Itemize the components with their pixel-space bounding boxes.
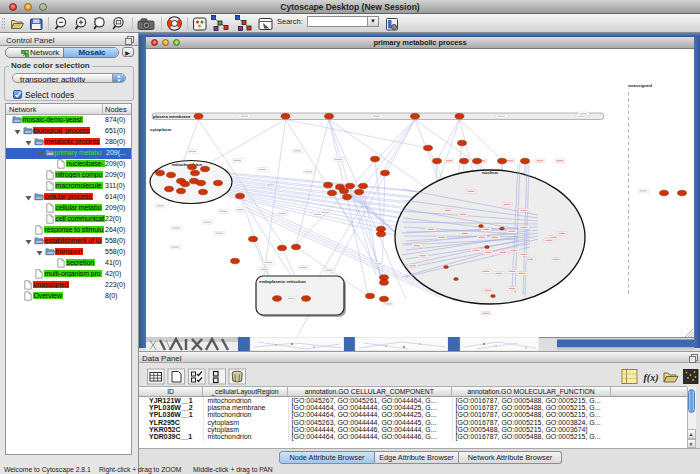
svg-text:mitochondrion: mitochondrion [172,162,202,167]
svg-text:unassigned: unassigned [628,82,652,87]
svg-text:f(x): f(x) [644,372,659,384]
svg-text:nucleus: nucleus [482,170,499,175]
svg-text:cytoplasm: cytoplasm [150,127,171,132]
svg-text:plasma membrane: plasma membrane [153,114,191,119]
svg-text:endoplasmic reticulum: endoplasmic reticulum [259,278,306,283]
